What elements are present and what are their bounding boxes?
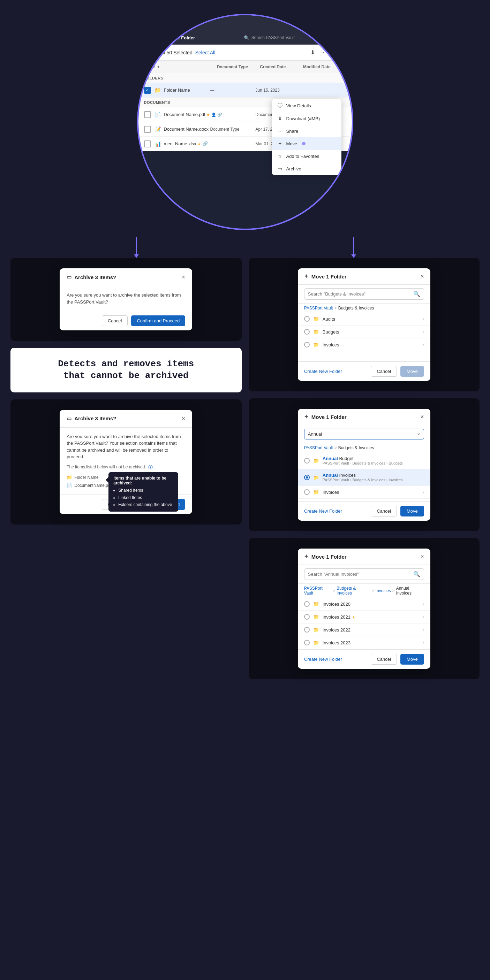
folder-audits-arrow: › — [423, 317, 424, 321]
move-modal-1-cancel[interactable]: Cancel — [371, 366, 397, 377]
move-search-icon-3[interactable]: 🔍 — [413, 571, 420, 578]
bc-vault-1[interactable]: PASSPort Vault — [304, 305, 333, 310]
move-modal-3-close[interactable]: × — [420, 554, 424, 560]
archive-modal-1-cancel[interactable]: Cancel — [102, 315, 128, 326]
share-icon[interactable]: → — [320, 49, 326, 56]
move-modal-2: ✦ Move 1 Folder × × PASSPort Vault > Bud… — [298, 409, 430, 521]
folder-invoices-2021[interactable]: 📁 Invoices 2021 ★ › — [298, 611, 430, 624]
folder-invoices-2021-name: Invoices 2021 ★ — [322, 614, 419, 620]
move-search-clear-2[interactable]: × — [417, 431, 420, 437]
tooltip-item-2: Linked Items — [118, 494, 173, 501]
archive-modal-1-close[interactable]: × — [182, 274, 185, 280]
select-checkbox[interactable]: ✓ — [144, 49, 151, 56]
archive-modal-2-header: ▭ Archive 3 Items? × — [60, 410, 192, 428]
folder-budgets-radio[interactable] — [304, 329, 310, 334]
create-folder-link-3[interactable]: Create New Folder — [304, 657, 342, 662]
search-area[interactable]: 🔍 Search PASSPort Vault — [198, 35, 341, 40]
folder-invoices-2020-radio[interactable] — [304, 601, 310, 607]
menu-archive[interactable]: ▭ Archive — [272, 162, 342, 175]
text-callout: Detects and removes itemsthat cannot be … — [10, 348, 242, 392]
download-icon-menu: ⬇ — [277, 116, 283, 121]
move-modal-1-close[interactable]: × — [420, 273, 424, 280]
folder-checkbox[interactable]: ✓ — [144, 87, 151, 94]
archive-modal-1-confirm[interactable]: Confirm and Proceed — [131, 315, 185, 326]
move-modal-1-move[interactable]: Move — [401, 366, 424, 377]
info-tooltip-trigger[interactable]: ⓘ — [148, 464, 153, 471]
folder-annual-invoices-radio[interactable] — [304, 475, 310, 480]
active-folder-label[interactable]: Active Folder — [166, 35, 195, 40]
move-modal-1-footer: Create New Folder Cancel Move — [298, 361, 430, 381]
move-modal-3-cancel[interactable]: Cancel — [371, 654, 397, 665]
folder-audits[interactable]: 📁 Audits › — [298, 313, 430, 326]
folder-invoices-2022-radio[interactable] — [304, 627, 310, 633]
move-search-input-2[interactable] — [308, 431, 414, 437]
archive-modal-2-close[interactable]: × — [182, 415, 185, 422]
move-search-input-3[interactable] — [308, 571, 410, 577]
menu-icon[interactable]: ≡ — [343, 20, 346, 26]
move-folder-list-2: 📁 Annual Budget PASSPort Vault › Budgets… — [298, 452, 430, 501]
move-modal-3-title: Move 1 Folder — [311, 554, 347, 560]
folder-invoices-2023-radio[interactable] — [304, 640, 310, 646]
move-modal-2-cancel[interactable]: Cancel — [371, 506, 397, 517]
bc-mid1-3[interactable]: Budgets & Invoices — [337, 586, 370, 596]
pdf-checkbox[interactable] — [144, 111, 151, 118]
select-all-button[interactable]: Select All — [195, 50, 215, 56]
folder-invoices-radio[interactable] — [304, 342, 310, 347]
move-modal-3-move[interactable]: Move — [401, 654, 424, 665]
move-modal-2-title-group: ✦ Move 1 Folder — [304, 414, 347, 420]
move-modal-2-close[interactable]: × — [420, 414, 424, 420]
create-folder-link-1[interactable]: Create New Folder — [304, 369, 342, 374]
create-folder-link-2[interactable]: Create New Folder — [304, 509, 342, 514]
hamburger-icon[interactable]: ≡ — [343, 35, 346, 40]
folder-invoices[interactable]: 📁 Invoices › — [298, 339, 430, 351]
docx-icon: 📝 — [155, 126, 161, 132]
move-modal-1-search: 🔍 — [298, 285, 430, 304]
folder-invoices-2022[interactable]: 📁 Invoices 2022 › — [298, 624, 430, 636]
move-icon-1: ✦ — [304, 273, 309, 280]
move-modal-3-search: 🔍 — [298, 565, 430, 584]
folder-annual-budget[interactable]: 📁 Annual Budget PASSPort Vault › Budgets… — [298, 452, 430, 469]
menu-move[interactable]: ✦ Move — [272, 137, 342, 150]
folder-annual-budget-sub: PASSPort Vault › Budgets & Invoices › Bu… — [322, 461, 424, 465]
selection-bar: ✓ 3 of 50 Selected Select All ⬇ → ⓘ ⋮ — [139, 45, 352, 60]
docx-name: Document Name.docx — [164, 127, 210, 132]
table-header: Name ▼ Document Type Created Date Modifi… — [139, 60, 352, 73]
bc-mid2-3[interactable]: Invoices — [376, 588, 391, 593]
folder-annual-budget-radio[interactable] — [304, 458, 310, 463]
info-row: The items listed below will not be archi… — [67, 464, 185, 471]
docx-checkbox[interactable] — [144, 126, 151, 133]
folder-invoices-2021-radio[interactable] — [304, 614, 310, 620]
download-icon[interactable]: ⬇ — [310, 49, 315, 56]
menu-download[interactable]: ⬇ Download (#MB) — [272, 112, 342, 125]
xlsx-checkbox[interactable] — [144, 140, 151, 147]
folder-invoices-2020-name: Invoices 2020 — [322, 601, 419, 607]
folder-annual-invoices[interactable]: 📁 Annual Invoices PASSPort Vault › Budge… — [298, 469, 430, 486]
tooltip-item-3: Folders containing the above — [118, 501, 173, 508]
folder-audits-radio[interactable] — [304, 316, 310, 322]
bc-vault-3[interactable]: PASSPort Vault — [304, 586, 331, 596]
menu-share[interactable]: → Share — [272, 125, 342, 137]
menu-view-details[interactable]: ⓘ View Details — [272, 99, 342, 112]
folder-invoices-2022-icon: 📁 — [313, 627, 319, 633]
more-icon[interactable]: ⋮ — [341, 49, 346, 56]
move-search-icon-1[interactable]: 🔍 — [413, 291, 420, 297]
folder-invoices-2[interactable]: 📁 Invoices › — [298, 486, 430, 499]
menu-add-favorites[interactable]: ☆ Add to Favorites — [272, 150, 342, 162]
info-icon[interactable]: ⓘ — [330, 49, 336, 56]
folder-invoices-2-radio[interactable] — [304, 489, 310, 495]
folder-invoices-2023[interactable]: 📁 Invoices 2023 › — [298, 636, 430, 649]
move-search-input-1[interactable] — [308, 291, 410, 297]
left-column: ▭ Archive 3 Items? × Are you sure you wa… — [10, 258, 242, 679]
folder-budgets[interactable]: 📁 Budgets › — [298, 326, 430, 339]
help-icon[interactable]: ? — [327, 20, 330, 26]
folder-annual-invoices-icon: 📁 — [313, 475, 319, 480]
move-modal-2-move[interactable]: Move — [401, 506, 424, 517]
folder-invoices-2020[interactable]: 📁 Invoices 2020 › — [298, 598, 430, 611]
folder-annual-invoices-sub: PASSPort Vault › Budgets & Invoices › In… — [322, 478, 424, 482]
grid-icon[interactable]: ⊞ — [334, 20, 338, 27]
archive-icon-2: ▭ — [67, 415, 72, 422]
left-arrow — [134, 237, 139, 258]
folder-annual-invoices-name: Annual Invoices PASSPort Vault › Budgets… — [322, 473, 424, 482]
folder-row[interactable]: ✓ 📁 Folder Name — Jun 15, 2023 — [139, 83, 352, 98]
bc-vault-2[interactable]: PASSPort Vault — [304, 445, 333, 450]
